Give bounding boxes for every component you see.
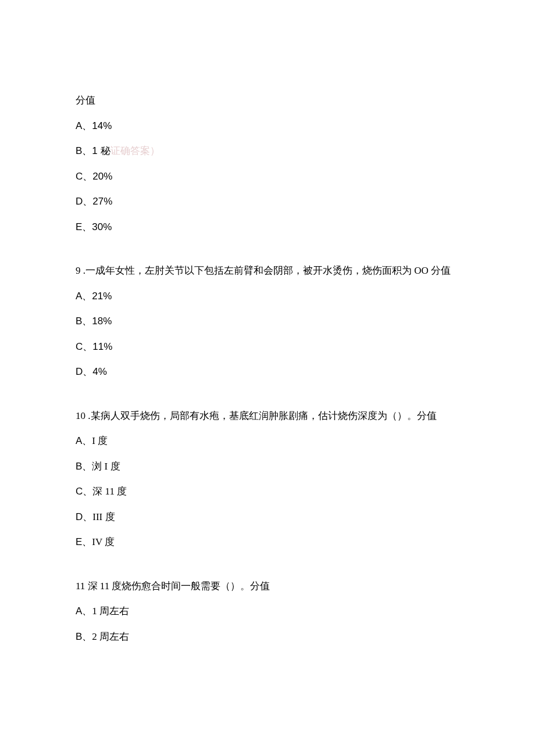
option-a: A、21% [76, 289, 459, 304]
option-a: A、1 周左右 [76, 604, 459, 619]
option-label: E、 [76, 536, 92, 547]
question-stem: 9 .一成年女性，左肘关节以下包括左前臂和会阴部，被开水烫伤，烧伤面积为 OO … [76, 263, 459, 278]
document-page: 分值 A、14% B、1 秘证确答案） C、20% D、27% E、30% 9 … [0, 0, 535, 756]
option-b-pale-text: 证确答案） [110, 145, 160, 156]
option-label: B、 [76, 461, 92, 472]
option-text: 20% [92, 171, 112, 182]
option-c: C、深 11 度 [76, 484, 459, 499]
option-a: A、14% [76, 119, 459, 134]
option-label: A、 [76, 120, 92, 131]
option-e: E、30% [76, 220, 459, 235]
option-label: D、 [76, 366, 92, 377]
option-e: E、IV 度 [76, 535, 459, 550]
option-label: B、 [76, 316, 92, 327]
option-text: 4% [92, 366, 107, 377]
question-8-tail: 分值 A、14% B、1 秘证确答案） C、20% D、27% E、30% [76, 93, 459, 234]
option-label: D、 [76, 511, 92, 522]
option-text: 21% [92, 291, 112, 302]
question-number: 9 [76, 265, 81, 276]
option-label: B、 [76, 631, 92, 642]
option-label: C、 [76, 486, 92, 497]
option-label: A、 [76, 435, 92, 446]
question-9: 9 .一成年女性，左肘关节以下包括左前臂和会阴部，被开水烫伤，烧伤面积为 OO … [76, 263, 459, 379]
option-b: B、1 秘证确答案） [76, 144, 459, 159]
question-text: .某病人双手烧伤，局部有水疱，基底红润肿胀剧痛，估计烧伤深度为（）。分值 [85, 410, 437, 421]
question-stem: 10 .某病人双手烧伤，局部有水疱，基底红润肿胀剧痛，估计烧伤深度为（）。分值 [76, 409, 459, 424]
option-text: 深 11 度 [92, 486, 127, 497]
option-text: 18% [92, 316, 112, 327]
question-10: 10 .某病人双手烧伤，局部有水疱，基底红润肿胀剧痛，估计烧伤深度为（）。分值 … [76, 409, 459, 550]
question-text: .一成年女性，左肘关节以下包括左前臂和会阴部，被开水烫伤，烧伤面积为 OO 分值 [81, 265, 451, 276]
option-d: D、III 度 [76, 510, 459, 525]
option-b-prefix: B、1 秘 [76, 145, 110, 156]
option-label: C、 [76, 171, 92, 182]
option-label: A、 [76, 291, 92, 302]
question-text: 11 深 11 度烧伤愈合时间一般需要（）。分值 [76, 581, 270, 592]
option-text: 27% [92, 196, 112, 207]
option-label: A、 [76, 605, 92, 617]
option-a: A、I 度 [76, 433, 459, 449]
option-text: 1 周左右 [92, 605, 129, 617]
option-text: 30% [92, 221, 112, 232]
option-text: I 度 [92, 435, 108, 446]
option-label: D、 [76, 196, 92, 207]
option-b: B、浏 I 度 [76, 459, 459, 474]
option-label: E、 [76, 221, 92, 232]
score-label: 分值 [76, 93, 459, 108]
option-d: D、4% [76, 364, 459, 379]
option-text: 浏 I 度 [92, 461, 120, 472]
option-d: D、27% [76, 194, 459, 209]
option-text: 11% [92, 341, 112, 352]
option-text: IV 度 [92, 536, 115, 547]
option-b: B、2 周左右 [76, 629, 459, 644]
question-11: 11 深 11 度烧伤愈合时间一般需要（）。分值 A、1 周左右 B、2 周左右 [76, 579, 459, 644]
option-text: 2 周左右 [92, 631, 129, 642]
option-c: C、11% [76, 339, 459, 354]
option-text: III 度 [92, 511, 115, 522]
question-number: 10 [76, 410, 85, 421]
option-text: 14% [92, 120, 112, 131]
option-b: B、18% [76, 314, 459, 329]
option-label: C、 [76, 341, 92, 352]
option-c: C、20% [76, 169, 459, 184]
question-stem: 11 深 11 度烧伤愈合时间一般需要（）。分值 [76, 579, 459, 594]
